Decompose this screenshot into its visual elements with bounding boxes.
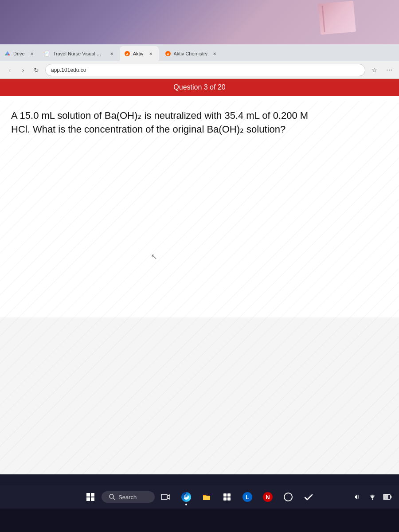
video-icon — [161, 493, 171, 501]
circle-icon — [283, 492, 293, 502]
taskbar-edge[interactable] — [177, 488, 196, 506]
battery-svg — [383, 494, 392, 500]
windows-start-button[interactable] — [81, 488, 100, 506]
question-text: A 15.0 mL solution of Ba(OH)₂ is neutral… — [11, 109, 388, 137]
svg-rect-15 — [384, 495, 388, 499]
svg-rect-14 — [391, 496, 392, 498]
file-icon — [202, 493, 211, 501]
search-icon — [109, 493, 116, 501]
grid-icon — [223, 493, 231, 501]
tab-travel-nurse[interactable]: Travel Nurse Visual Aid - Google ✕ — [40, 46, 120, 61]
windows-icon — [86, 493, 94, 501]
question-header: Question 3 of 20 — [0, 79, 399, 96]
volume-svg — [354, 493, 361, 501]
taskbar-search[interactable]: Search — [102, 491, 155, 503]
letter-n-icon: N — [263, 492, 273, 502]
content-area: Question 3 of 20 A 15.0 mL solution of B… — [0, 79, 399, 474]
extensions-button[interactable]: ⋯ — [383, 64, 395, 76]
taskbar-bottom — [0, 509, 399, 532]
aktiv-tab-icon: A — [124, 51, 130, 57]
network-icon[interactable] — [365, 490, 379, 504]
question-content: A 15.0 mL solution of Ba(OH)₂ is neutral… — [0, 96, 399, 317]
svg-text:A: A — [126, 52, 129, 56]
bookmark-button[interactable]: ☆ — [368, 64, 380, 76]
nav-icons: ‹ › ↻ — [4, 64, 43, 76]
svg-line-9 — [113, 498, 115, 500]
browser-window: Drive ✕ Travel Nurse Visual Aid - Google… — [0, 44, 399, 474]
tab-bar: Drive ✕ Travel Nurse Visual Aid - Google… — [0, 44, 399, 61]
forward-button[interactable]: › — [17, 64, 29, 76]
svg-rect-10 — [161, 494, 167, 500]
tab-drive[interactable]: Drive ✕ — [0, 46, 40, 61]
svg-point-8 — [110, 494, 113, 498]
taskbar-check[interactable] — [299, 488, 318, 506]
svg-rect-2 — [46, 53, 48, 53]
svg-point-12 — [372, 499, 373, 500]
taskbar-file[interactable] — [197, 488, 216, 506]
tab-aktiv-chemistry-label: Aktiv Chemistry — [174, 51, 207, 56]
svg-rect-3 — [46, 54, 47, 54]
address-bar: ‹ › ↻ ☆ ⋯ — [0, 61, 399, 79]
tab-travel-nurse-close[interactable]: ✕ — [108, 50, 115, 57]
question-line1: A 15.0 mL solution of Ba(OH)₂ is neutral… — [11, 110, 308, 121]
letter-l-icon: L — [243, 492, 252, 502]
taskbar-system-icons — [350, 490, 395, 504]
svg-point-11 — [284, 493, 292, 501]
tab-aktiv-chemistry[interactable]: A Aktiv Chemistry ✕ — [160, 46, 223, 61]
address-input[interactable] — [45, 64, 365, 76]
aktiv-chem-tab-icon: A — [165, 51, 171, 57]
taskbar-inner: Search — [0, 485, 399, 509]
doc-tab-icon — [44, 51, 51, 57]
tab-drive-label: Drive — [13, 51, 25, 56]
edge-icon — [181, 492, 191, 502]
tab-aktiv[interactable]: A Aktiv ✕ — [120, 46, 159, 61]
back-button[interactable]: ‹ — [4, 64, 16, 76]
drive-tab-icon — [4, 51, 11, 57]
tab-travel-nurse-label: Travel Nurse Visual Aid - Google — [53, 51, 105, 56]
taskbar-video[interactable] — [156, 488, 175, 506]
svg-text:A: A — [167, 52, 169, 56]
tab-aktiv-chemistry-close[interactable]: ✕ — [211, 50, 218, 57]
taskbar-circle[interactable] — [279, 488, 297, 506]
taskbar-letter-l[interactable]: L — [238, 488, 257, 506]
tab-aktiv-label: Aktiv — [133, 51, 144, 56]
battery-icon[interactable] — [380, 490, 395, 504]
network-svg — [369, 493, 376, 501]
check-icon — [304, 492, 313, 502]
taskbar-grid[interactable] — [218, 488, 236, 506]
volume-icon[interactable] — [350, 490, 364, 504]
taskbar: Search — [0, 485, 399, 532]
refresh-button[interactable]: ↻ — [30, 64, 43, 76]
book-decoration — [318, 1, 356, 35]
question-counter: Question 3 of 20 — [173, 83, 225, 91]
svg-rect-1 — [46, 52, 48, 52]
search-label: Search — [118, 494, 137, 501]
taskbar-letter-n[interactable]: N — [258, 488, 277, 506]
tab-drive-close[interactable]: ✕ — [28, 50, 35, 57]
question-line2: HCl. What is the concentration of the or… — [11, 124, 286, 135]
tab-aktiv-close[interactable]: ✕ — [147, 50, 154, 57]
